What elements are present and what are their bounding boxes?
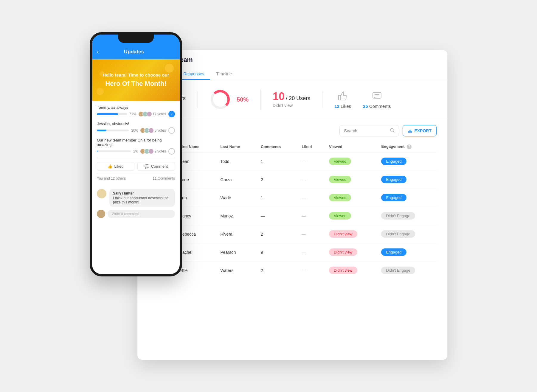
cell-lastname: Waters [215,261,256,279]
poll-bar-bg [97,130,129,131]
cell-engagement: Engaged [376,152,437,170]
poll-bar-fill [97,150,97,152]
cell-viewed: Didn't view [324,225,376,243]
search-input[interactable] [344,128,387,133]
comments-count-mobile: 11 Comments [153,176,175,181]
cell-lastname: Rivera [215,225,256,243]
not-viewed-count: 10 [273,91,285,102]
col-comments: Comments [256,141,297,152]
not-viewed-denom: / 20 Users [286,95,310,102]
cell-viewed: Didn't view [324,243,376,261]
cell-engagement: Didn't Engage [376,261,437,279]
poll-option-name: Jessica, obviously! [97,122,129,126]
cell-lastname: Munoz [215,207,256,225]
like-button[interactable]: 👍 Liked [97,162,134,171]
empty-circle [168,127,175,134]
action-bar: 👍 Liked 💬 Comment [97,159,175,174]
write-comment-input[interactable]: Write a comment [108,210,175,218]
col-lastname: Last Name [215,141,256,152]
check-icon: ✓ [168,111,175,117]
poll-bar-area [97,113,127,115]
stat-comments: 25 Comments [363,91,391,109]
poll-option-meta: 2% 2 votes [133,149,166,154]
cell-viewed: Viewed [324,207,376,225]
cell-engagement: Didn't Engage [376,207,437,225]
mini-avatars [138,111,151,117]
commenter-name: Sally Hunter [113,191,171,195]
cell-viewed: Viewed [324,189,376,207]
not-viewed-label: Didn't view [273,103,293,108]
cell-liked: — [297,207,325,225]
mini-avatar [148,149,154,154]
donut-pct: 50% [237,96,249,103]
cell-engagement: Engaged [376,189,437,207]
cell-comments: 2 [256,225,297,243]
hero-text: Hello team! Time to choose our Hero Of T… [103,72,169,88]
comments-count: 25 Comments [363,104,391,109]
comment-button[interactable]: 💬 Comment [137,162,175,171]
export-button[interactable]: EXPORT [403,125,437,136]
cell-liked: — [297,261,325,279]
write-comment-area[interactable]: Write a comment [97,207,175,218]
poll-bar-bg [97,113,127,115]
comment-box: Sally Hunter I think our accountant dese… [109,189,175,207]
engagement-row: You and 12 others 11 Comments [97,176,175,183]
thumbs-up-icon: 👍 [108,164,112,169]
social-stats: 12 Likes 25 Comments [322,91,403,109]
cell-comments: 1 [256,189,297,207]
cell-engagement: Engaged [376,243,437,261]
search-box[interactable] [339,125,399,136]
cell-liked: — [297,225,325,243]
table-section: EXPORT First Name Last Name Comments Lik… [137,119,447,285]
phone-notch [118,35,154,43]
table-row: IG Irene Garza 2 — Viewed Engaged [148,170,437,189]
stat-likes: 12 Likes [334,91,351,109]
col-liked: Liked [297,141,325,152]
export-icon [408,128,412,133]
commenter-text: I think our accountant deserves the priz… [113,196,171,204]
svg-rect-4 [339,95,341,100]
search-icon [390,128,395,134]
cell-viewed: Viewed [324,170,376,189]
cell-comments: 2 [256,170,297,189]
cell-comments: — [256,207,297,225]
poll-option[interactable]: Jessica, obviously! 30% 5 votes [97,122,175,134]
phone-header: ‹ Updates [92,45,180,59]
engagement-info: You and 12 others [97,176,126,181]
poll-bar-area [97,150,131,152]
table-row: DT Dean Todd 1 — Viewed Engaged [148,152,437,170]
poll-row: 71% 17 votes ✓ [97,111,175,117]
svg-rect-5 [373,92,381,98]
poll-bar-fill [97,113,118,115]
poll-bar-fill [97,130,106,131]
table-toolbar: EXPORT [148,125,437,136]
tab-responses[interactable]: Responses [177,69,210,80]
table-row: RR Rebecca Rivera 2 — Didn't view Didn't… [148,225,437,243]
back-button[interactable]: ‹ [97,48,99,55]
cell-lastname: Pearson [215,243,256,261]
engagement-help-icon: ? [407,144,412,149]
poll-option[interactable]: Our new team member Chia for being amazi… [97,138,175,155]
logo: c connecteam [148,56,437,64]
poll-option-header: Tommy, as always [97,105,175,110]
col-engagement: Engagement ? [376,141,437,152]
mini-avatar [148,128,154,133]
cell-engagement: Didn't Engage [376,225,437,243]
poll-option[interactable]: Tommy, as always 71% 17 votes ✓ [97,105,175,117]
comment-icon: 💬 [145,164,149,169]
cell-comments: 2 [256,261,297,279]
comment-area: Sally Hunter I think our accountant dese… [97,186,175,207]
cell-comments: 1 [256,152,297,170]
tab-timeline[interactable]: Timeline [210,69,238,80]
empty-circle [168,148,175,155]
cell-comments: 9 [256,243,297,261]
mini-avatars [140,149,153,154]
cell-viewed: Didn't view [324,261,376,279]
cell-viewed: Viewed [324,152,376,170]
poll-option-header: Jessica, obviously! [97,122,175,126]
likes-count: 12 Likes [334,104,351,109]
phone-hero-image: Hello team! Time to choose our Hero Of T… [92,59,180,101]
thumbs-up-icon [337,91,348,101]
write-comment-avatar [97,210,105,218]
table-row: RP Rachel Pearson 9 — Didn't view Engage… [148,243,437,261]
